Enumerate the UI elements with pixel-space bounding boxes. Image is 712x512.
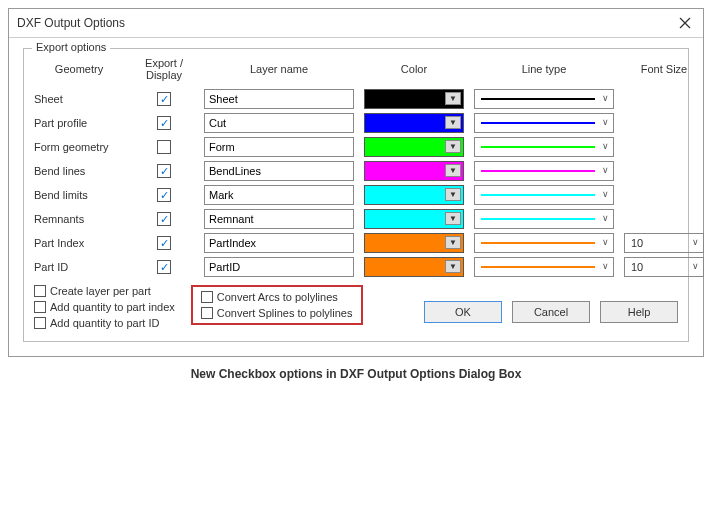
layer-name-input[interactable] <box>204 209 354 229</box>
header-color: Color <box>364 63 464 75</box>
layer-name-input[interactable] <box>204 89 354 109</box>
column-headers: Geometry Export / Display Layer name Col… <box>34 57 678 81</box>
color-dropdown[interactable] <box>364 89 464 109</box>
export-display-checkbox[interactable] <box>157 92 171 106</box>
geometry-row: Part Index 10 <box>34 233 678 253</box>
fieldset-legend: Export options <box>32 41 110 53</box>
geometry-label: Part Index <box>34 237 124 249</box>
dialog-buttons: OK Cancel Help <box>424 301 678 323</box>
geometry-row: Bend limits <box>34 185 678 205</box>
layer-name-input[interactable] <box>204 185 354 205</box>
color-dropdown[interactable] <box>364 113 464 133</box>
line-type-dropdown[interactable] <box>474 113 614 133</box>
geometry-label: Part profile <box>34 117 124 129</box>
checkbox-icon <box>201 307 213 319</box>
color-dropdown[interactable] <box>364 209 464 229</box>
convert-splines-option[interactable]: Convert Splines to polylines <box>201 307 353 319</box>
line-type-dropdown[interactable] <box>474 89 614 109</box>
convert-arcs-option[interactable]: Convert Arcs to polylines <box>201 291 353 303</box>
geometry-label: Form geometry <box>34 141 124 153</box>
geometry-label: Sheet <box>34 93 124 105</box>
checkbox-icon <box>34 317 46 329</box>
left-checkbox-group: Create layer per part Add quantity to pa… <box>34 285 175 329</box>
color-dropdown[interactable] <box>364 161 464 181</box>
geometry-row: Bend lines <box>34 161 678 181</box>
color-dropdown[interactable] <box>364 185 464 205</box>
header-layer-name: Layer name <box>204 63 354 75</box>
checkbox-icon <box>201 291 213 303</box>
layer-name-input[interactable] <box>204 113 354 133</box>
export-display-checkbox[interactable] <box>157 260 171 274</box>
titlebar: DXF Output Options <box>9 9 703 38</box>
layer-name-input[interactable] <box>204 233 354 253</box>
figure-caption: New Checkbox options in DXF Output Optio… <box>8 367 704 381</box>
line-type-dropdown[interactable] <box>474 209 614 229</box>
geometry-row: Part profile <box>34 113 678 133</box>
dialog-title: DXF Output Options <box>17 16 125 30</box>
export-display-checkbox[interactable] <box>157 212 171 226</box>
geometry-label: Part ID <box>34 261 124 273</box>
header-geometry: Geometry <box>34 63 124 75</box>
line-type-dropdown[interactable] <box>474 137 614 157</box>
export-display-checkbox[interactable] <box>157 236 171 250</box>
geometry-row: Sheet <box>34 89 678 109</box>
header-export-display: Export / Display <box>134 57 194 81</box>
font-size-dropdown[interactable]: 10 <box>624 257 704 277</box>
header-line-type: Line type <box>474 63 614 75</box>
export-display-checkbox[interactable] <box>157 188 171 202</box>
help-button[interactable]: Help <box>600 301 678 323</box>
add-qty-to-id-option[interactable]: Add quantity to part ID <box>34 317 175 329</box>
geometry-label: Bend limits <box>34 189 124 201</box>
export-display-checkbox[interactable] <box>157 140 171 154</box>
line-type-dropdown[interactable] <box>474 233 614 253</box>
checkbox-icon <box>34 301 46 313</box>
line-type-dropdown[interactable] <box>474 257 614 277</box>
layer-name-input[interactable] <box>204 137 354 157</box>
add-qty-to-index-option[interactable]: Add quantity to part index <box>34 301 175 313</box>
dxf-output-options-dialog: DXF Output Options Export options Geomet… <box>8 8 704 357</box>
geometry-row: Part ID 10 <box>34 257 678 277</box>
color-dropdown[interactable] <box>364 137 464 157</box>
header-font-size: Font Size <box>624 63 704 75</box>
line-type-dropdown[interactable] <box>474 161 614 181</box>
line-type-dropdown[interactable] <box>474 185 614 205</box>
export-display-checkbox[interactable] <box>157 116 171 130</box>
bottom-options: Create layer per part Add quantity to pa… <box>34 285 678 329</box>
create-layer-per-part-option[interactable]: Create layer per part <box>34 285 175 297</box>
color-dropdown[interactable] <box>364 233 464 253</box>
geometry-row: Form geometry <box>34 137 678 157</box>
layer-name-input[interactable] <box>204 257 354 277</box>
checkbox-icon <box>34 285 46 297</box>
export-display-checkbox[interactable] <box>157 164 171 178</box>
cancel-button[interactable]: Cancel <box>512 301 590 323</box>
geometry-label: Bend lines <box>34 165 124 177</box>
geometry-row: Remnants <box>34 209 678 229</box>
geometry-label: Remnants <box>34 213 124 225</box>
close-icon <box>679 17 691 29</box>
layer-name-input[interactable] <box>204 161 354 181</box>
color-dropdown[interactable] <box>364 257 464 277</box>
export-options-group: Export options Geometry Export / Display… <box>23 48 689 342</box>
highlighted-new-options: Convert Arcs to polylines Convert Spline… <box>191 285 363 325</box>
ok-button[interactable]: OK <box>424 301 502 323</box>
close-button[interactable] <box>675 13 695 33</box>
font-size-dropdown[interactable]: 10 <box>624 233 704 253</box>
